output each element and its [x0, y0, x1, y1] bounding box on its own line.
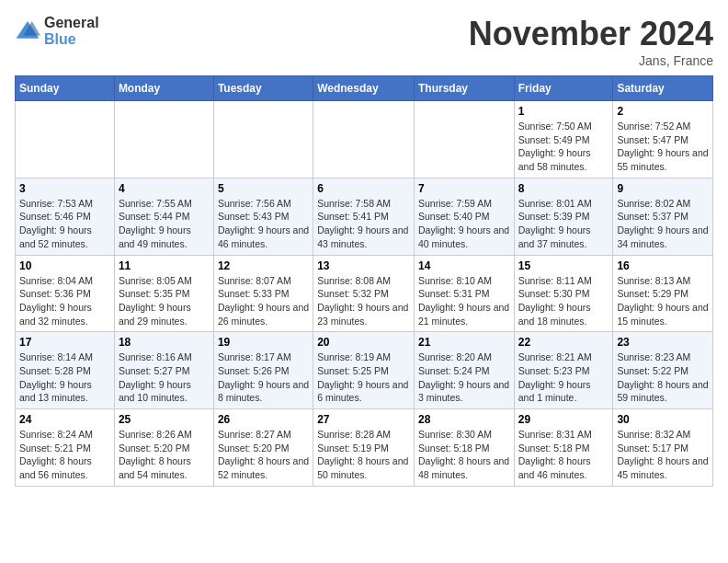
day-info: Sunrise: 8:23 AM Sunset: 5:22 PM Dayligh… [617, 350, 709, 405]
calendar-cell: 25Sunrise: 8:26 AM Sunset: 5:20 PM Dayli… [114, 409, 213, 487]
day-number: 30 [617, 413, 709, 426]
calendar-cell: 12Sunrise: 8:07 AM Sunset: 5:33 PM Dayli… [213, 255, 313, 332]
day-header-tuesday: Tuesday [213, 76, 313, 101]
day-number: 14 [418, 259, 510, 272]
day-number: 27 [317, 413, 410, 426]
calendar-cell: 8Sunrise: 8:01 AM Sunset: 5:39 PM Daylig… [514, 178, 613, 255]
day-number: 18 [119, 336, 210, 349]
day-number: 2 [617, 105, 709, 118]
day-info: Sunrise: 8:20 AM Sunset: 5:24 PM Dayligh… [418, 350, 510, 405]
day-info: Sunrise: 8:01 AM Sunset: 5:39 PM Dayligh… [518, 197, 609, 251]
calendar-cell: 5Sunrise: 7:56 AM Sunset: 5:43 PM Daylig… [213, 178, 313, 255]
day-info: Sunrise: 8:13 AM Sunset: 5:29 PM Dayligh… [617, 274, 709, 328]
month-title: November 2024 [469, 15, 713, 53]
day-header-friday: Friday [514, 76, 613, 101]
calendar-cell: 23Sunrise: 8:23 AM Sunset: 5:22 PM Dayli… [613, 332, 713, 409]
calendar-cell [414, 101, 514, 178]
day-info: Sunrise: 8:04 AM Sunset: 5:36 PM Dayligh… [19, 274, 110, 328]
calendar-cell: 30Sunrise: 8:32 AM Sunset: 5:17 PM Dayli… [613, 409, 713, 487]
day-info: Sunrise: 7:59 AM Sunset: 5:40 PM Dayligh… [418, 197, 510, 251]
day-number: 19 [218, 336, 309, 349]
calendar-cell: 18Sunrise: 8:16 AM Sunset: 5:27 PM Dayli… [114, 332, 213, 409]
day-info: Sunrise: 8:21 AM Sunset: 5:23 PM Dayligh… [518, 350, 609, 405]
day-number: 22 [518, 336, 609, 349]
day-number: 11 [119, 259, 210, 272]
week-row-5: 24Sunrise: 8:24 AM Sunset: 5:21 PM Dayli… [16, 409, 713, 487]
calendar-cell: 28Sunrise: 8:30 AM Sunset: 5:18 PM Dayli… [414, 409, 514, 487]
calendar-cell [16, 101, 115, 178]
day-number: 16 [617, 259, 709, 272]
day-number: 20 [317, 336, 410, 349]
calendar-cell: 1Sunrise: 7:50 AM Sunset: 5:49 PM Daylig… [514, 101, 613, 178]
day-info: Sunrise: 8:28 AM Sunset: 5:19 PM Dayligh… [317, 428, 410, 482]
calendar-cell: 27Sunrise: 8:28 AM Sunset: 5:19 PM Dayli… [313, 409, 415, 487]
calendar-cell [213, 101, 313, 178]
day-info: Sunrise: 8:08 AM Sunset: 5:32 PM Dayligh… [317, 274, 410, 328]
week-row-1: 1Sunrise: 7:50 AM Sunset: 5:49 PM Daylig… [16, 101, 713, 178]
day-info: Sunrise: 8:24 AM Sunset: 5:21 PM Dayligh… [19, 428, 110, 482]
calendar-cell: 29Sunrise: 8:31 AM Sunset: 5:18 PM Dayli… [514, 409, 613, 487]
logo-icon [15, 18, 40, 44]
day-number: 15 [518, 259, 609, 272]
day-header-thursday: Thursday [414, 76, 514, 101]
day-number: 1 [518, 105, 609, 118]
day-number: 28 [418, 413, 510, 426]
day-info: Sunrise: 7:56 AM Sunset: 5:43 PM Dayligh… [218, 197, 309, 251]
day-info: Sunrise: 7:58 AM Sunset: 5:41 PM Dayligh… [317, 197, 410, 251]
day-info: Sunrise: 8:02 AM Sunset: 5:37 PM Dayligh… [617, 197, 709, 251]
calendar-cell: 22Sunrise: 8:21 AM Sunset: 5:23 PM Dayli… [514, 332, 613, 409]
calendar-cell: 17Sunrise: 8:14 AM Sunset: 5:28 PM Dayli… [16, 332, 115, 409]
day-number: 8 [518, 182, 609, 195]
day-info: Sunrise: 8:19 AM Sunset: 5:25 PM Dayligh… [317, 350, 410, 405]
day-number: 17 [19, 336, 110, 349]
day-info: Sunrise: 8:05 AM Sunset: 5:35 PM Dayligh… [119, 274, 210, 328]
day-header-wednesday: Wednesday [313, 76, 415, 101]
calendar-cell: 15Sunrise: 8:11 AM Sunset: 5:30 PM Dayli… [514, 255, 613, 332]
day-number: 5 [218, 182, 309, 195]
day-info: Sunrise: 8:10 AM Sunset: 5:31 PM Dayligh… [418, 274, 510, 328]
calendar-cell: 26Sunrise: 8:27 AM Sunset: 5:20 PM Dayli… [213, 409, 313, 487]
day-info: Sunrise: 7:52 AM Sunset: 5:47 PM Dayligh… [617, 120, 709, 174]
header: General Blue November 2024 Jans, France [15, 15, 713, 68]
location: Jans, France [469, 53, 713, 68]
day-info: Sunrise: 8:27 AM Sunset: 5:20 PM Dayligh… [218, 428, 309, 482]
calendar-cell: 9Sunrise: 8:02 AM Sunset: 5:37 PM Daylig… [613, 178, 713, 255]
logo-text: General Blue [44, 15, 99, 48]
day-info: Sunrise: 8:07 AM Sunset: 5:33 PM Dayligh… [218, 274, 309, 328]
calendar-cell [313, 101, 415, 178]
calendar-header-row: SundayMondayTuesdayWednesdayThursdayFrid… [16, 76, 713, 101]
day-number: 10 [19, 259, 110, 272]
calendar-cell: 3Sunrise: 7:53 AM Sunset: 5:46 PM Daylig… [16, 178, 115, 255]
day-info: Sunrise: 8:26 AM Sunset: 5:20 PM Dayligh… [119, 428, 210, 482]
calendar-cell: 24Sunrise: 8:24 AM Sunset: 5:21 PM Dayli… [16, 409, 115, 487]
day-info: Sunrise: 8:30 AM Sunset: 5:18 PM Dayligh… [418, 428, 510, 482]
calendar-cell: 14Sunrise: 8:10 AM Sunset: 5:31 PM Dayli… [414, 255, 514, 332]
calendar-cell: 6Sunrise: 7:58 AM Sunset: 5:41 PM Daylig… [313, 178, 415, 255]
day-info: Sunrise: 8:14 AM Sunset: 5:28 PM Dayligh… [19, 350, 110, 405]
day-info: Sunrise: 8:17 AM Sunset: 5:26 PM Dayligh… [218, 350, 309, 405]
logo: General Blue [15, 15, 99, 48]
day-info: Sunrise: 7:53 AM Sunset: 5:46 PM Dayligh… [19, 197, 110, 251]
day-info: Sunrise: 8:16 AM Sunset: 5:27 PM Dayligh… [119, 350, 210, 405]
calendar-cell: 2Sunrise: 7:52 AM Sunset: 5:47 PM Daylig… [613, 101, 713, 178]
day-number: 24 [19, 413, 110, 426]
calendar-cell: 21Sunrise: 8:20 AM Sunset: 5:24 PM Dayli… [414, 332, 514, 409]
day-number: 6 [317, 182, 410, 195]
calendar-table: SundayMondayTuesdayWednesdayThursdayFrid… [15, 75, 713, 487]
week-row-2: 3Sunrise: 7:53 AM Sunset: 5:46 PM Daylig… [16, 178, 713, 255]
calendar-cell [114, 101, 213, 178]
week-row-3: 10Sunrise: 8:04 AM Sunset: 5:36 PM Dayli… [16, 255, 713, 332]
calendar-cell: 11Sunrise: 8:05 AM Sunset: 5:35 PM Dayli… [114, 255, 213, 332]
day-number: 25 [119, 413, 210, 426]
calendar-cell: 20Sunrise: 8:19 AM Sunset: 5:25 PM Dayli… [313, 332, 415, 409]
day-number: 29 [518, 413, 609, 426]
day-number: 23 [617, 336, 709, 349]
day-header-saturday: Saturday [613, 76, 713, 101]
week-row-4: 17Sunrise: 8:14 AM Sunset: 5:28 PM Dayli… [16, 332, 713, 409]
day-info: Sunrise: 7:50 AM Sunset: 5:49 PM Dayligh… [518, 120, 609, 174]
calendar-cell: 16Sunrise: 8:13 AM Sunset: 5:29 PM Dayli… [613, 255, 713, 332]
day-header-monday: Monday [114, 76, 213, 101]
day-info: Sunrise: 7:55 AM Sunset: 5:44 PM Dayligh… [119, 197, 210, 251]
day-number: 13 [317, 259, 410, 272]
day-header-sunday: Sunday [16, 76, 115, 101]
